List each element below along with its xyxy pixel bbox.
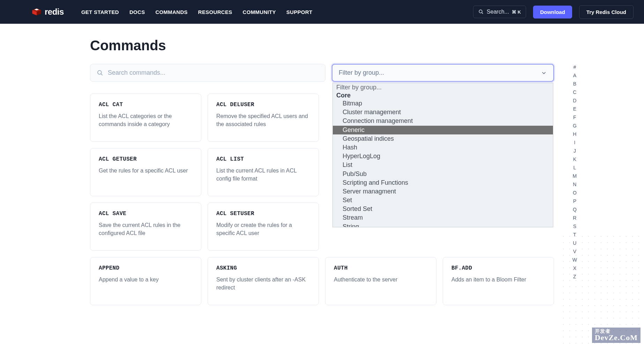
search-commands-input[interactable] <box>108 69 319 76</box>
command-card-title: BF.ADD <box>451 265 545 271</box>
dropdown-item[interactable]: Stream <box>333 213 553 222</box>
command-card[interactable]: ACL DELUSERRemove the specified ACL user… <box>208 94 319 142</box>
command-card[interactable]: AUTHAuthenticate to the server <box>325 257 436 305</box>
dropdown-item[interactable]: Scripting and Functions <box>333 178 553 187</box>
alpha-link[interactable]: H <box>570 130 579 138</box>
command-card-title: ACL LIST <box>216 156 310 162</box>
search-icon <box>97 69 104 76</box>
dropdown-item[interactable]: String <box>333 222 553 227</box>
command-card-title: AUTH <box>334 265 428 271</box>
search-commands-box[interactable] <box>90 64 325 82</box>
alpha-link[interactable]: S <box>570 222 579 230</box>
filter-select[interactable]: Filter by group... <box>332 64 554 82</box>
logo-text: redis <box>45 7 64 17</box>
alpha-link[interactable]: O <box>570 189 579 197</box>
alpha-link[interactable]: X <box>570 264 579 272</box>
main-content: Commands Filter by group... Filter by gr… <box>90 24 554 319</box>
alpha-link[interactable]: J <box>570 147 579 155</box>
alphabet-nav: #ABCDEFGHIJKLMNOPQRSTUVWXZ <box>570 63 579 281</box>
svg-line-7 <box>101 74 103 75</box>
dropdown-item[interactable]: Cluster management <box>333 108 553 117</box>
nav-commands[interactable]: COMMANDS <box>155 9 187 15</box>
nav-resources[interactable]: RESOURCES <box>198 9 232 15</box>
alpha-link[interactable]: I <box>570 138 579 147</box>
header-search[interactable]: Search... ⌘ K <box>473 6 526 18</box>
command-card-desc: List the current ACL rules in ACL config… <box>216 167 310 183</box>
dropdown-item[interactable]: Server managment <box>333 187 553 196</box>
dropdown-item[interactable]: Generic <box>333 126 553 134</box>
command-card-desc: Adds an item to a Bloom Filter <box>451 276 545 284</box>
command-card-title: ACL GETUSER <box>99 156 193 162</box>
dropdown-item[interactable]: Connection management <box>333 117 553 125</box>
dropdown-item[interactable]: Sorted Set <box>333 205 553 213</box>
command-card-title: ACL SETUSER <box>216 211 310 217</box>
try-redis-cloud-button[interactable]: Try Redis Cloud <box>579 5 634 19</box>
command-card-desc: Append a value to a key <box>99 276 193 284</box>
command-card[interactable]: ACL GETUSERGet the rules for a specific … <box>90 148 201 196</box>
command-card-desc: List the ACL categories or the commands … <box>99 112 193 128</box>
dropdown-item[interactable]: Pub/Sub <box>333 170 553 178</box>
command-card-desc: Authenticate to the server <box>334 276 428 284</box>
dropdown-item[interactable]: List <box>333 161 553 169</box>
alpha-link[interactable]: Z <box>570 272 579 281</box>
command-card[interactable]: ACL SETUSERModify or create the rules fo… <box>208 203 319 251</box>
command-card[interactable]: ASKINGSent by cluster clients after an -… <box>208 257 319 305</box>
alpha-link[interactable]: W <box>570 256 579 264</box>
command-card[interactable]: BF.ADDAdds an item to a Bloom Filter <box>443 257 554 305</box>
command-card-desc: Get the rules for a specific ACL user <box>99 167 193 175</box>
svg-point-6 <box>98 70 102 74</box>
command-card-title: ACL CAT <box>99 102 193 108</box>
alpha-link[interactable]: V <box>570 247 579 256</box>
alpha-link[interactable]: M <box>570 172 579 180</box>
alpha-link[interactable]: F <box>570 113 579 122</box>
filter-select-wrap: Filter by group... Filter by group...Cor… <box>332 64 554 82</box>
dropdown-item[interactable]: Bitmap <box>333 99 553 108</box>
alpha-link[interactable]: T <box>570 230 579 239</box>
alpha-link[interactable]: P <box>570 197 579 205</box>
command-card-desc: Remove the specified ACL users and the a… <box>216 112 310 128</box>
command-card-title: ASKING <box>216 265 310 271</box>
search-kbd: ⌘ K <box>512 9 521 15</box>
command-card[interactable]: APPENDAppend a value to a key <box>90 257 201 305</box>
chevron-down-icon <box>541 70 547 76</box>
svg-point-4 <box>479 10 482 13</box>
alpha-link[interactable]: D <box>570 96 579 105</box>
alpha-link[interactable]: U <box>570 239 579 247</box>
redis-cube-icon <box>31 7 42 17</box>
nav-support[interactable]: SUPPORT <box>286 9 313 15</box>
alpha-link[interactable]: E <box>570 105 579 113</box>
dropdown-item[interactable]: Geospatial indices <box>333 134 553 143</box>
nav-get-started[interactable]: GET STARTED <box>81 9 119 15</box>
alpha-link[interactable]: R <box>570 214 579 222</box>
alpha-link[interactable]: N <box>570 180 579 189</box>
alpha-link[interactable]: L <box>570 163 579 172</box>
top-header: redis GET STARTED DOCS COMMANDS RESOURCE… <box>0 0 644 24</box>
controls-row: Filter by group... Filter by group...Cor… <box>90 64 554 82</box>
command-card[interactable]: ACL LISTList the current ACL rules in AC… <box>208 148 319 196</box>
alpha-link[interactable]: A <box>570 71 579 80</box>
dropdown-placeholder[interactable]: Filter by group... <box>333 83 553 92</box>
header-search-label: Search... <box>487 9 509 15</box>
command-card[interactable]: ACL CATList the ACL categories or the co… <box>90 94 201 142</box>
filter-dropdown[interactable]: Filter by group...CoreBitmapCluster mana… <box>332 83 553 227</box>
main-nav: GET STARTED DOCS COMMANDS RESOURCES COMM… <box>81 9 313 15</box>
alpha-link[interactable]: Q <box>570 205 579 214</box>
download-button[interactable]: Download <box>533 6 572 19</box>
dropdown-item[interactable]: Hash <box>333 143 553 152</box>
dropdown-item[interactable]: Set <box>333 196 553 205</box>
dropdown-item[interactable]: HyperLogLog <box>333 152 553 161</box>
command-card-desc: Sent by cluster clients after an -ASK re… <box>216 276 310 292</box>
alpha-link[interactable]: G <box>570 122 579 130</box>
alpha-link[interactable]: K <box>570 155 579 163</box>
dropdown-group-label: Core <box>333 92 553 99</box>
command-card-desc: Save the current ACL rules in the config… <box>99 221 193 237</box>
command-card[interactable]: ACL SAVESave the current ACL rules in th… <box>90 203 201 251</box>
alpha-link[interactable]: B <box>570 80 579 88</box>
nav-community[interactable]: COMMUNITY <box>243 9 276 15</box>
command-card-title: ACL SAVE <box>99 211 193 217</box>
command-card-title: APPEND <box>99 265 193 271</box>
nav-docs[interactable]: DOCS <box>129 9 145 15</box>
alpha-link[interactable]: # <box>570 63 579 71</box>
alpha-link[interactable]: C <box>570 88 579 96</box>
logo[interactable]: redis <box>31 7 64 17</box>
